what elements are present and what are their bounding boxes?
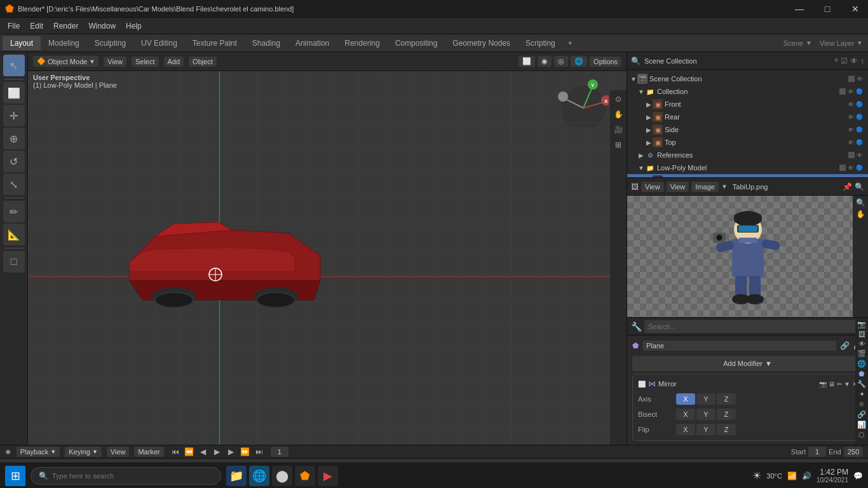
flip-z-button[interactable]: Z [717,424,736,435]
box-select-tool[interactable]: ⬜ [3,82,25,104]
render-icon-top[interactable]: 🔵 [856,139,863,146]
zoom-in-icon[interactable]: 🔍 [856,198,865,207]
props-constraints-icon[interactable]: 🔗 [857,410,866,419]
props-plane-name[interactable]: Plane [642,341,836,351]
tab-scripting[interactable]: Scripting [518,36,563,50]
eye-icon-side[interactable]: 👁 [848,126,854,133]
eye-icon-rear[interactable]: 👁 [848,114,854,121]
end-frame[interactable]: 250 [844,447,863,457]
jump-back-button[interactable]: ⏪ [183,445,196,458]
eye-icon-lowpoly[interactable]: 👁 [848,165,854,172]
add-cube-tool[interactable]: □ [3,251,25,273]
render-icon-front[interactable]: 🔵 [856,101,863,107]
cursor-tool[interactable]: ✛ [3,105,25,126]
tab-shading[interactable]: Shading [245,36,288,50]
start-button[interactable]: ⊞ [5,466,25,486]
bisect-x-button[interactable]: X [676,409,695,420]
options-button[interactable]: Options [590,57,621,67]
taskbar-media[interactable]: ▶ [318,466,338,486]
add-modifier-button[interactable]: Add Modifier ▼ [632,356,863,371]
viewport-shading-solid[interactable]: ◉ [538,56,552,67]
tree-collection[interactable]: ▼ 📁 Collection 👁 🔵 [627,85,868,98]
image-pin-icon[interactable]: 📌 [843,182,852,191]
props-search-input[interactable] [644,320,858,333]
measure-tool[interactable]: 📐 [3,224,25,245]
tree-top[interactable]: ▶ ▣ Top 👁 🔵 [627,136,868,149]
select-tool[interactable]: ↖ [3,55,25,76]
outliner-sort-icon[interactable]: ↕ [860,57,864,65]
viewport-shading-rendered[interactable]: 🌐 [571,56,587,67]
add-workspace-button[interactable]: + [563,36,578,50]
menu-render[interactable]: Render [48,20,83,32]
taskbar-search[interactable]: 🔍 [31,467,221,485]
annotate-tool[interactable]: ✏ [3,201,25,222]
props-scene-icon[interactable]: 🎬 [857,349,866,358]
minimize-button[interactable]: — [787,0,812,18]
pan-image-icon[interactable]: ✋ [856,210,865,219]
jump-end-button[interactable]: ⏭ [253,445,266,458]
image-editor-image-btn[interactable]: Image [691,182,719,192]
render-icon-rear[interactable]: 🔵 [856,114,863,120]
toggle-quad[interactable]: ⊞ [612,139,625,151]
start-frame[interactable]: 1 [808,447,826,457]
eye-icon-refs[interactable]: 👁 [857,152,863,159]
axis-x-button[interactable]: X [676,393,695,405]
render-icon-lowpoly[interactable]: 🔵 [856,165,863,171]
visibility-checkbox-lowpoly[interactable] [839,165,846,171]
tab-uv-editing[interactable]: UV Editing [133,36,185,50]
bisect-y-button[interactable]: Y [696,409,715,420]
taskbar-blender[interactable]: ⬟ [295,466,315,486]
modifier-camera-icon[interactable]: 📷 [819,381,827,388]
axis-z-button[interactable]: Z [717,393,736,405]
menu-file[interactable]: File [3,20,25,32]
tab-animation[interactable]: Animation [288,36,337,50]
flip-x-button[interactable]: X [676,424,695,435]
tree-side[interactable]: ▶ ▣ Side 👁 🔵 [627,123,868,136]
viewport-shading-material[interactable]: ◎ [554,56,568,67]
play-button[interactable]: ▶ [211,445,224,458]
eye-icon-1[interactable]: 👁 [857,76,863,83]
props-render-icon[interactable]: 📷 [857,320,866,329]
taskbar-file-explorer[interactable]: 📁 [226,466,247,486]
render-icon-side[interactable]: 🔵 [856,126,863,133]
scene-selector[interactable]: Scene [783,39,803,47]
modifier-render-icon[interactable]: 🖥 [829,381,835,388]
tab-modeling[interactable]: Modeling [41,36,87,50]
camera-view[interactable]: 🎥 [612,123,625,136]
props-output-icon[interactable]: 🖼 [858,330,865,338]
visibility-checkbox-1[interactable] [848,76,855,82]
view-menu[interactable]: View [104,57,126,67]
pan-view[interactable]: ✋ [612,108,625,121]
timeline-view-menu[interactable]: View [107,447,130,457]
modifier-edit-icon[interactable]: ✏ [837,381,842,388]
tree-scene-collection[interactable]: ▼ 🎬 Scene Collection 👁 [627,72,868,85]
jump-start-button[interactable]: ⏮ [169,445,182,458]
step-forward-button[interactable]: ▶ [225,445,238,458]
taskbar-chrome[interactable]: ⬤ [272,466,292,486]
viewport-canvas[interactable]: User Perspective (1) Low-Poly Model | Pl… [28,71,627,445]
props-modifier-icon[interactable]: 🔧 [857,380,866,388]
tree-front[interactable]: ▶ ▣ Front 👁 🔵 [627,98,868,111]
modifier-expand-icon[interactable]: ▼ [844,381,850,388]
props-material-icon[interactable]: ⬡ [858,431,865,439]
scale-tool[interactable]: ⤡ [3,173,25,195]
current-frame-display[interactable]: 1 [271,447,288,457]
rotate-tool[interactable]: ↺ [3,151,25,172]
taskbar-edge[interactable]: 🌐 [249,466,269,486]
tree-references[interactable]: ▶ ⚙ References 👁 [627,149,868,161]
volume-icon[interactable]: 🔊 [802,471,811,480]
keying-menu[interactable]: Keying ▼ [65,447,102,457]
props-physics-icon[interactable]: ⚛ [858,400,865,409]
close-button[interactable]: ✕ [843,0,868,18]
jump-forward-button[interactable]: ⏩ [239,445,252,458]
add-menu[interactable]: Add [164,57,184,67]
menu-edit[interactable]: Edit [25,20,48,32]
tab-compositing[interactable]: Compositing [388,36,445,50]
step-back-button[interactable]: ◀ [197,445,210,458]
viewport[interactable]: 🔶 Object Mode ▼ View Select Add Object ⬜… [28,52,627,445]
visibility-checkbox-2[interactable] [839,88,846,95]
move-tool[interactable]: ⊕ [3,128,25,149]
marker-menu[interactable]: Marker [134,447,163,457]
search-input[interactable] [52,472,213,480]
eye-icon-top[interactable]: 👁 [848,139,854,146]
